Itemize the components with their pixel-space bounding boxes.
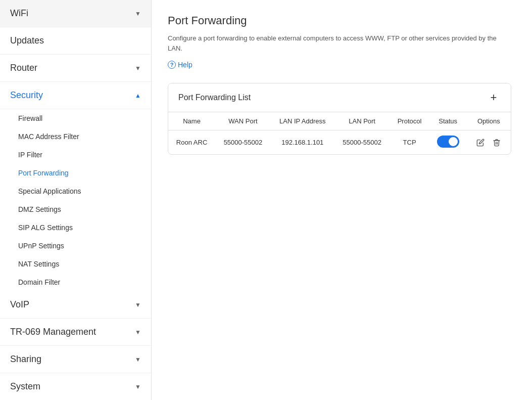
sidebar-item-security-label: Security	[10, 90, 43, 101]
table-title: Port Forwarding List	[178, 93, 251, 102]
main-content: Port Forwarding Configure a port forward…	[152, 0, 532, 400]
col-lan-port: LAN Port	[334, 112, 390, 130]
sidebar-item-sharing[interactable]: Sharing ▼	[0, 346, 151, 373]
chevron-down-icon: ▼	[135, 301, 141, 308]
cell-options	[467, 130, 511, 155]
sidebar-item-updates[interactable]: Updates	[0, 27, 151, 55]
sidebar-item-sip-alg-settings[interactable]: SIP ALG Settings	[0, 218, 151, 237]
delete-icon[interactable]	[491, 137, 503, 149]
col-protocol: Protocol	[390, 112, 429, 130]
sidebar-item-nat-settings[interactable]: NAT Settings	[0, 255, 151, 273]
security-submenu: Firewall MAC Address Filter IP Filter Po…	[0, 109, 151, 291]
help-link[interactable]: ? Help	[168, 61, 192, 69]
port-forwarding-table: Name WAN Port LAN IP Address LAN Port Pr…	[168, 112, 511, 154]
chevron-down-icon: ▼	[135, 383, 141, 390]
page-title: Port Forwarding	[168, 14, 516, 27]
sidebar-item-updates-label: Updates	[10, 35, 44, 46]
cell-lan-ip: 192.168.1.101	[271, 130, 334, 155]
sidebar-item-mac-address-filter[interactable]: MAC Address Filter	[0, 127, 151, 146]
chevron-down-icon: ▼	[135, 65, 141, 72]
edit-icon[interactable]	[474, 137, 487, 149]
chevron-down-icon: ▼	[135, 10, 141, 17]
page-description: Configure a port forwarding to enable ex…	[168, 33, 511, 53]
sidebar-item-firewall[interactable]: Firewall	[0, 109, 151, 127]
sidebar-item-voip[interactable]: VoIP ▼	[0, 291, 151, 319]
cell-protocol: TCP	[390, 130, 429, 155]
table-row: Roon ARC 55000-55002 192.168.1.101 55000…	[168, 130, 511, 155]
chevron-down-icon: ▼	[135, 356, 141, 363]
sidebar-item-domain-filter[interactable]: Domain Filter	[0, 273, 151, 291]
sidebar: WiFi ▼ Updates Router ▼ Security ▲ Firew…	[0, 0, 152, 400]
col-wan-port: WAN Port	[215, 112, 271, 130]
chevron-up-icon: ▲	[135, 92, 141, 99]
sidebar-item-security[interactable]: Security ▲	[0, 82, 151, 109]
chevron-down-icon: ▼	[135, 329, 141, 336]
status-toggle[interactable]	[437, 136, 459, 148]
sidebar-item-upnp-settings[interactable]: UPnP Settings	[0, 237, 151, 255]
add-entry-button[interactable]: +	[487, 91, 501, 105]
col-name: Name	[168, 112, 215, 130]
sidebar-item-system[interactable]: System ▼	[0, 373, 151, 400]
sidebar-item-ip-filter[interactable]: IP Filter	[0, 146, 151, 164]
col-status: Status	[429, 112, 467, 130]
sidebar-item-system-label: System	[10, 381, 40, 392]
col-options: Options	[467, 112, 511, 130]
sidebar-item-special-applications[interactable]: Special Applications	[0, 182, 151, 200]
sidebar-item-voip-label: VoIP	[10, 299, 29, 310]
cell-name: Roon ARC	[168, 130, 215, 155]
help-icon: ?	[168, 61, 176, 69]
cell-lan-port: 55000-55002	[334, 130, 390, 155]
col-lan-ip: LAN IP Address	[271, 112, 334, 130]
port-forwarding-table-container: Port Forwarding List + Name WAN Port LAN…	[168, 83, 511, 155]
sidebar-item-port-forwarding[interactable]: Port Forwarding	[0, 164, 151, 182]
sidebar-item-wifi[interactable]: WiFi ▼	[0, 0, 151, 27]
sidebar-item-router[interactable]: Router ▼	[0, 55, 151, 82]
sidebar-item-tr069-label: TR-069 Management	[10, 327, 96, 337]
cell-wan-port: 55000-55002	[215, 130, 271, 155]
sidebar-item-sharing-label: Sharing	[10, 354, 41, 365]
table-header-bar: Port Forwarding List +	[168, 83, 511, 112]
sidebar-item-router-label: Router	[10, 63, 37, 73]
cell-status[interactable]	[429, 130, 467, 155]
sidebar-item-tr069[interactable]: TR-069 Management ▼	[0, 319, 151, 346]
table-header-row: Name WAN Port LAN IP Address LAN Port Pr…	[168, 112, 511, 130]
sidebar-item-wifi-label: WiFi	[10, 8, 28, 19]
sidebar-item-dmz-settings[interactable]: DMZ Settings	[0, 200, 151, 218]
